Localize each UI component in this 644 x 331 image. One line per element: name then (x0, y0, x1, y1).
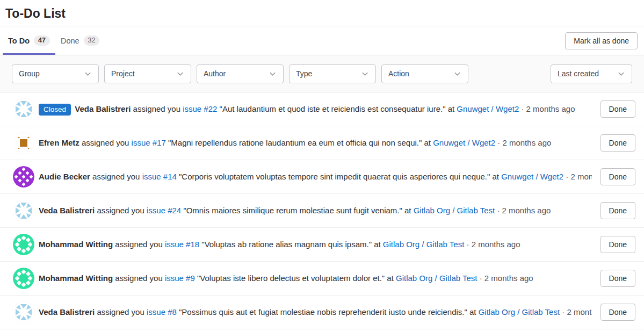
todo-action-text: assigned you (115, 274, 162, 283)
todo-text: Mohammad Witting assigned you issue #18 … (39, 239, 592, 250)
status-badge: Closed (39, 104, 71, 116)
todo-item: Veda Balistreri assigned you issue #8 "P… (0, 296, 644, 329)
chevron-down-icon (453, 70, 461, 78)
todo-body: "Magni repellendus ratione laudantium ea… (168, 138, 422, 147)
todo-timestamp: · 2 months ago (562, 307, 591, 316)
todo-author: Veda Balistreri (39, 307, 95, 316)
project-filter-dropdown[interactable]: Project (104, 64, 191, 83)
todo-author: Mohammad Witting (39, 274, 113, 283)
project-link[interactable]: Gnuwget / Wget2 (457, 104, 519, 113)
todo-body: "Corporis voluptatem voluptas tempore si… (179, 172, 490, 181)
todo-item: Mohammad Witting assigned you issue #18 … (0, 228, 644, 262)
todo-count-badge: 47 (34, 35, 50, 46)
at-word: at (387, 274, 394, 283)
action-filter-dropdown[interactable]: Action (381, 64, 468, 83)
group-filter-label: Group (19, 69, 40, 78)
done-button[interactable]: Done (600, 304, 635, 321)
todo-body: "Voluptas ab ratione alias magnam quis i… (201, 240, 372, 249)
avatar (13, 166, 34, 188)
sort-label: Last created (558, 69, 599, 78)
chevron-down-icon (269, 70, 277, 78)
group-filter-dropdown[interactable]: Group (12, 64, 99, 83)
done-button[interactable]: Done (600, 134, 635, 152)
page-title: To-Do List (5, 6, 639, 21)
author-filter-dropdown[interactable]: Author (197, 64, 284, 83)
at-word: at (424, 138, 431, 147)
todo-text: Veda Balistreri assigned you issue #24 "… (39, 205, 592, 217)
done-button[interactable]: Done (600, 100, 635, 118)
issue-link[interactable]: issue #18 (165, 240, 199, 249)
sort-dropdown[interactable]: Last created (551, 64, 632, 83)
todo-timestamp: · 2 months ago (480, 274, 533, 283)
at-word: at (469, 307, 476, 316)
todo-timestamp: · 2 months ago (466, 240, 520, 249)
filter-bar: Group Project Author Type Action Last cr… (0, 55, 644, 92)
project-link[interactable]: Gitlab Org / Gitlab Test (396, 274, 477, 283)
project-link[interactable]: Gitlab Org / Gitlab Test (479, 307, 560, 316)
issue-link[interactable]: issue #22 (183, 104, 217, 113)
todo-list: Closed Veda Balistreri assigned you issu… (0, 92, 644, 329)
chevron-down-icon (84, 70, 92, 78)
author-filter-label: Author (204, 69, 226, 78)
project-filter-label: Project (111, 69, 135, 78)
todo-author: Veda Balistreri (75, 104, 131, 113)
todo-author: Efren Metz (39, 138, 79, 147)
todo-timestamp: · 2 months ago (566, 172, 591, 181)
at-word: at (404, 206, 411, 215)
avatar (13, 268, 34, 289)
issue-link[interactable]: issue #14 (142, 172, 177, 181)
todo-body: "Voluptas iste libero delectus et volupt… (197, 274, 385, 283)
todo-text: Closed Veda Balistreri assigned you issu… (39, 103, 592, 116)
issue-link[interactable]: issue #9 (165, 274, 195, 283)
chevron-down-icon (617, 70, 625, 78)
todo-body: "Possimus quis aut et fugiat molestiae n… (179, 307, 467, 316)
at-word: at (374, 240, 381, 249)
todo-author: Audie Becker (39, 172, 90, 181)
avatar (13, 98, 34, 120)
issue-link[interactable]: issue #24 (147, 206, 181, 215)
todo-text: Veda Balistreri assigned you issue #8 "P… (39, 306, 592, 318)
todo-item: Veda Balistreri assigned you issue #24 "… (0, 194, 644, 228)
todo-action-text: assigned you (97, 206, 144, 215)
done-button[interactable]: Done (600, 236, 635, 253)
at-word: at (492, 172, 499, 181)
page-header: To-Do List (0, 0, 644, 26)
todo-action-text: assigned you (133, 104, 180, 113)
tab-todo[interactable]: To Do 47 (3, 26, 55, 55)
type-filter-label: Type (296, 69, 312, 78)
todo-action-text: assigned you (82, 138, 129, 147)
done-button[interactable]: Done (600, 168, 635, 185)
done-button[interactable]: Done (600, 202, 635, 219)
project-link[interactable]: Gnuwget / Wget2 (433, 138, 495, 147)
mark-all-as-done-button[interactable]: Mark all as done (565, 32, 638, 49)
todo-text: Mohammad Witting assigned you issue #9 "… (39, 272, 592, 284)
todo-body: "Omnis maiores similique rerum molestiae… (183, 206, 402, 215)
type-filter-dropdown[interactable]: Type (289, 64, 376, 83)
todo-text: Efren Metz assigned you issue #17 "Magni… (39, 137, 592, 149)
avatar (13, 301, 34, 323)
tab-done-label: Done (61, 37, 79, 45)
project-link[interactable]: Gnuwget / Wget2 (501, 172, 563, 181)
todo-item: Efren Metz assigned you issue #17 "Magni… (0, 126, 644, 160)
project-link[interactable]: Gitlab Org / Gitlab Test (414, 206, 495, 215)
todo-action-text: assigned you (97, 307, 144, 316)
todo-item: Mohammad Witting assigned you issue #9 "… (0, 262, 644, 296)
todo-item: Closed Veda Balistreri assigned you issu… (0, 92, 644, 126)
todo-author: Mohammad Witting (39, 240, 113, 249)
todo-body: "Aut laudantium et quod iste et reiciend… (220, 104, 446, 113)
avatar (13, 200, 34, 221)
issue-link[interactable]: issue #8 (147, 307, 177, 316)
issue-link[interactable]: issue #17 (132, 138, 166, 147)
todo-action-text: assigned you (92, 172, 140, 181)
at-word: at (448, 104, 455, 113)
done-button[interactable]: Done (600, 270, 635, 287)
todo-text: Audie Becker assigned you issue #14 "Cor… (39, 171, 592, 183)
tab-done[interactable]: Done 32 (55, 26, 105, 55)
tab-bar: To Do 47 Done 32 Mark all as done (0, 26, 644, 55)
todo-action-text: assigned you (115, 240, 162, 249)
action-filter-label: Action (388, 69, 409, 78)
todo-timestamp: · 2 months ago (497, 138, 551, 147)
todo-item: Audie Becker assigned you issue #14 "Cor… (0, 160, 644, 194)
chevron-down-icon (361, 70, 369, 78)
project-link[interactable]: Gitlab Org / Gitlab Test (383, 240, 464, 249)
